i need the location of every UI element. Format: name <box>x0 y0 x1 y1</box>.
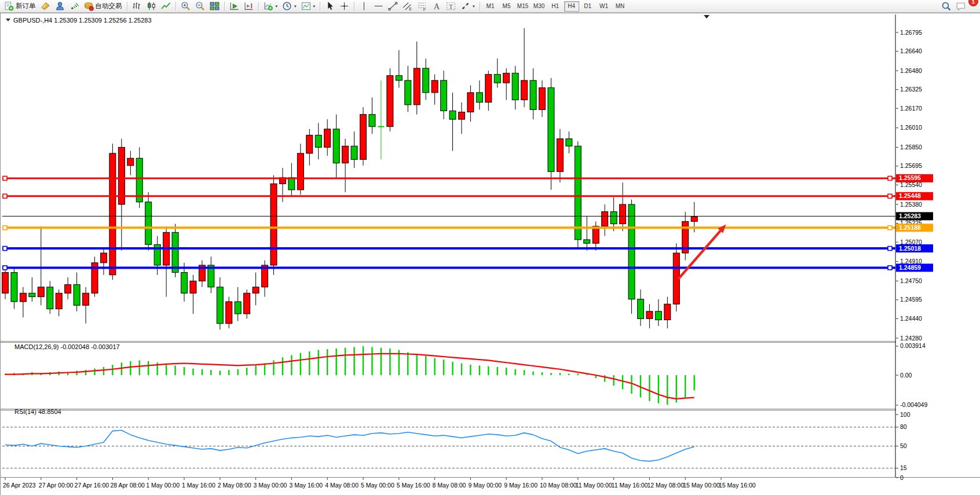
price-tick-label: 1.26010 <box>900 124 922 131</box>
timeframe-button-MN[interactable]: MN <box>613 1 628 12</box>
community-button[interactable] <box>53 1 67 12</box>
zoom-in-button[interactable] <box>178 1 193 12</box>
timeframe-button-M5[interactable]: M5 <box>499 1 514 12</box>
toolbar-separator <box>320 2 320 11</box>
timeframe-button-M15[interactable]: M15 <box>515 1 531 12</box>
line-chart-icon <box>161 1 171 11</box>
auto-trading-button[interactable]: 自动交易 <box>82 1 125 12</box>
rsi-tick-label: 15 <box>900 464 907 471</box>
channel-icon: E <box>403 1 412 11</box>
candle-body <box>11 273 17 302</box>
candle-body <box>29 293 35 296</box>
line-anchor-handle[interactable] <box>3 194 7 198</box>
template-icon <box>301 1 311 11</box>
candle-body <box>83 293 89 305</box>
candle-body <box>288 178 295 190</box>
candle-body <box>691 217 697 221</box>
candle-body <box>521 80 528 100</box>
chart-shift-button[interactable] <box>242 1 256 12</box>
line-anchor-handle[interactable] <box>888 266 892 270</box>
new-order-button[interactable]: 新订单 <box>2 1 38 12</box>
line-anchor-handle[interactable] <box>3 176 7 180</box>
price-axis[interactable]: 1.267951.266401.264801.263251.261701.260… <box>895 14 980 481</box>
templates-button[interactable]: ▾ <box>299 1 318 12</box>
vertical-line-button[interactable] <box>357 1 371 12</box>
timeframe-button-H1[interactable]: H1 <box>548 1 563 12</box>
time-tick-label: 2 May 08:00 <box>218 482 251 489</box>
candle-body <box>324 129 331 147</box>
time-tick-label: 8 May 08:00 <box>433 482 466 489</box>
zoom-out-icon <box>195 1 205 11</box>
price-tick-label: 1.26325 <box>900 86 922 93</box>
line-anchor-handle[interactable] <box>888 176 892 180</box>
text-label-button[interactable]: T <box>444 1 458 12</box>
fibonacci-button[interactable]: F <box>415 1 429 12</box>
candle-body <box>351 146 357 159</box>
chat-button[interactable] <box>953 1 968 12</box>
toolbar-separator <box>480 2 480 11</box>
bar-chart-mode-button[interactable] <box>130 1 144 12</box>
candle-body <box>449 111 456 119</box>
svg-text:F: F <box>423 8 426 11</box>
candle-body <box>458 112 465 120</box>
candle-body <box>2 273 9 294</box>
time-tick-label: 11 May 00:00 <box>576 482 612 489</box>
periods-button[interactable]: ▾ <box>280 1 299 12</box>
line-anchor-handle[interactable] <box>888 194 892 198</box>
crosshair-icon <box>339 1 349 11</box>
timeframe-button-M1[interactable]: M1 <box>483 1 498 12</box>
candlestick-mode-button[interactable] <box>144 1 159 12</box>
svg-text:E: E <box>409 7 412 11</box>
search-icon <box>941 1 951 11</box>
trendline-button[interactable] <box>386 1 400 12</box>
crosshair-button[interactable] <box>337 1 352 12</box>
indicators-button[interactable]: ▾ <box>261 1 280 12</box>
timeframe-button-D1[interactable]: D1 <box>580 1 595 12</box>
candle-body <box>306 135 313 153</box>
auto-trading-icon <box>84 1 94 11</box>
fibonacci-icon: F <box>417 1 427 11</box>
macd-tick-label: 0.003914 <box>900 342 926 349</box>
tile-windows-button[interactable] <box>207 1 222 12</box>
cursor-button[interactable] <box>323 1 337 12</box>
horizontal-line-button[interactable] <box>371 1 386 12</box>
timeframe-button-H4[interactable]: H4 <box>564 1 579 12</box>
alerts-button[interactable] <box>38 1 53 12</box>
line-anchor-handle[interactable] <box>888 247 892 251</box>
chart-canvas[interactable]: MACD(12,26,9) -0.002048 -0.003017RSI(14)… <box>1 13 980 495</box>
equidistant-channel-button[interactable]: E <box>400 1 415 12</box>
line-anchor-handle[interactable] <box>3 247 7 251</box>
time-tick-label: 11 May 16:00 <box>612 482 648 489</box>
auto-trading-label: 自动交易 <box>96 2 122 10</box>
price-tick-label: 1.26795 <box>900 29 922 36</box>
candle-body <box>217 287 223 324</box>
toolbar-separator <box>354 2 354 11</box>
toolbar-separator <box>224 2 225 11</box>
arrows-button[interactable]: ▾ <box>458 1 477 12</box>
line-chart-mode-button[interactable] <box>159 1 173 12</box>
candlestick-icon <box>147 1 156 11</box>
candle-body <box>190 281 196 293</box>
line-anchor-handle[interactable] <box>888 226 892 230</box>
time-tick-label: 9 May 00:00 <box>468 482 502 489</box>
chevron-down-icon: ▾ <box>276 4 278 9</box>
line-anchor-handle[interactable] <box>3 226 7 230</box>
price-tick-label: 1.24440 <box>900 315 922 322</box>
candle-body <box>485 74 492 102</box>
line-price-badge-label: 1.25018 <box>899 245 921 252</box>
candle-body <box>127 158 134 166</box>
line-anchor-handle[interactable] <box>3 266 7 270</box>
auto-scroll-button[interactable] <box>227 1 242 12</box>
zoom-out-button[interactable] <box>193 1 207 12</box>
candle-body <box>503 73 510 83</box>
chart-window[interactable]: MACD(12,26,9) -0.002048 -0.003017RSI(14)… <box>0 13 980 495</box>
signals-button[interactable] <box>67 1 82 12</box>
timeframe-button-W1[interactable]: W1 <box>597 1 612 12</box>
search-button[interactable] <box>939 1 953 12</box>
candle-body <box>423 68 429 93</box>
timeframe-button-M30[interactable]: M30 <box>532 1 547 12</box>
time-tick-label: 27 Apr 16:00 <box>75 482 109 489</box>
candle-body <box>476 93 482 102</box>
text-button[interactable]: A <box>429 1 444 12</box>
candle-body <box>405 80 411 105</box>
